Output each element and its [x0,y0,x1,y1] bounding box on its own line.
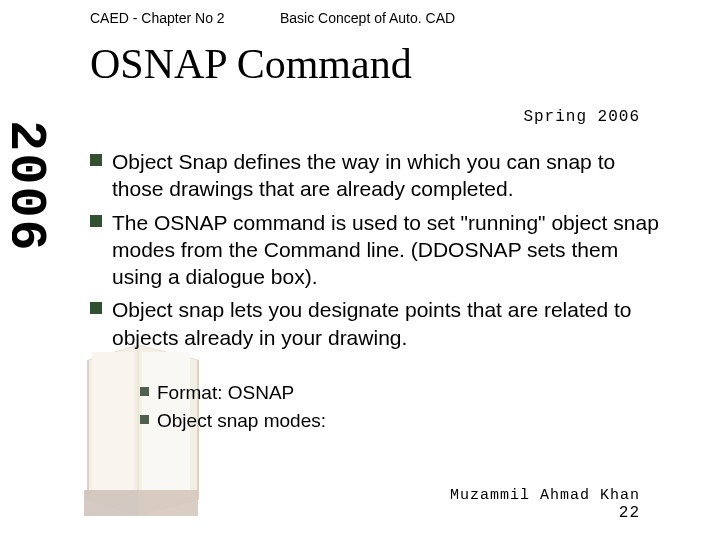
bullet-text: The OSNAP command is used to set "runnin… [112,209,670,291]
footer-author: Muzammil Ahmad Khan [450,487,640,504]
bullet-text: Object Snap defines the way in which you… [112,148,670,203]
slide-footer: Muzammil Ahmad Khan 22 [450,487,640,522]
term-label: Spring 2006 [523,108,640,126]
slide-title: OSNAP Command [90,40,412,88]
bullet-text: Object snap lets you designate points th… [112,296,670,351]
sub-bullet-list: Format: OSNAP Object snap modes: [90,381,670,433]
sub-bullet-item: Object snap modes: [140,409,670,433]
svg-rect-2 [138,490,198,516]
bullet-square-icon [140,387,149,396]
bullet-square-icon [140,415,149,424]
bullet-item: Object Snap defines the way in which you… [90,148,670,203]
bullet-square-icon [90,154,102,166]
year-vertical-text: 2006 [12,120,55,253]
sub-bullet-text: Format: OSNAP [157,381,294,405]
bullet-item: The OSNAP command is used to set "runnin… [90,209,670,291]
year-vertical: 2006 [12,120,62,340]
sub-bullet-text: Object snap modes: [157,409,326,433]
content-area: Object Snap defines the way in which you… [90,148,670,437]
page-number: 22 [450,504,640,522]
bullet-square-icon [90,215,102,227]
sub-bullet-item: Format: OSNAP [140,381,670,405]
header-right: Basic Concept of Auto. CAD [280,10,455,26]
bullet-square-icon [90,302,102,314]
bullet-item: Object snap lets you designate points th… [90,296,670,351]
header-left: CAED - Chapter No 2 [90,10,225,26]
svg-rect-3 [84,490,138,516]
